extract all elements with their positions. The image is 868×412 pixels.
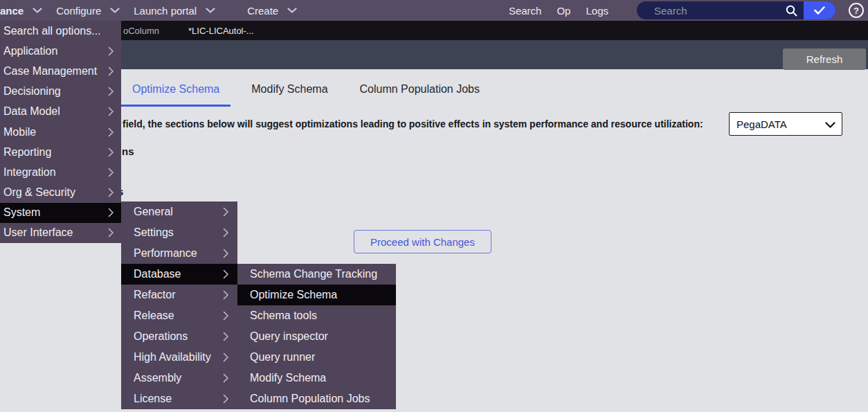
menu-item-system[interactable]: System: [0, 203, 121, 223]
menu-item-release[interactable]: Release: [121, 305, 237, 326]
menu-item-label: User Interface: [3, 226, 73, 239]
chevron-down-icon: [206, 8, 215, 14]
search-submit-button[interactable]: [804, 1, 835, 19]
refresh-button[interactable]: Refresh: [783, 48, 866, 70]
menu-item-label: System: [3, 206, 40, 219]
checkmark-icon: [814, 6, 825, 15]
menu-item-settings[interactable]: Settings: [121, 222, 237, 243]
chevron-right-icon: [223, 373, 229, 383]
topbar-menu-configure[interactable]: Configure: [49, 0, 127, 21]
chevron-right-icon: [223, 228, 229, 238]
search-icon[interactable]: [786, 5, 797, 17]
menu-item-org-security[interactable]: Org & Security: [0, 183, 121, 203]
proceed-with-changes-button[interactable]: Proceed with Changes: [354, 230, 491, 253]
chevron-down-icon: [287, 8, 297, 14]
database-select[interactable]: PegaDATA: [729, 112, 842, 136]
menu-item-label: Application: [3, 45, 57, 57]
chevron-right-icon: [223, 332, 229, 341]
topbar-menu-label: Launch portal: [134, 5, 197, 17]
menu-item-operations[interactable]: Operations: [121, 326, 237, 347]
topbar-menu-label: Create: [247, 5, 278, 17]
menu-item-label: Assembly: [134, 372, 181, 384]
top-navigation-bar: ance Configure Launch portal Create: [0, 0, 868, 21]
configure-menu-level1: Search all options... Application Case M…: [0, 21, 121, 243]
menu-item-mobile[interactable]: Mobile: [0, 122, 121, 142]
chevron-right-icon: [108, 188, 114, 197]
document-tab-lic-licautol[interactable]: *LIC-LICAutol-...: [188, 26, 254, 36]
menu-item-reporting[interactable]: Reporting: [0, 142, 121, 162]
schema-tabs: Optimize Schema Modify Schema Column Pop…: [121, 76, 491, 107]
menu-item-schema-change-tracking[interactable]: Schema Change Tracking: [237, 264, 396, 285]
topbar-menu-create[interactable]: Create: [240, 0, 304, 21]
menu-item-optimize-schema[interactable]: Optimize Schema: [237, 285, 396, 305]
topbar-link-op[interactable]: Op: [549, 5, 578, 17]
menu-item-database[interactable]: Database: [121, 264, 237, 285]
chevron-right-icon: [108, 228, 114, 238]
menu-item-label: Mobile: [3, 126, 36, 138]
global-search[interactable]: [637, 1, 835, 19]
configure-menu-level3-database: Schema Change Tracking Optimize Schema S…: [237, 264, 396, 409]
tab-label: Modify Schema: [251, 83, 327, 95]
menu-item-label: Optimize Schema: [250, 289, 337, 301]
chevron-right-icon: [223, 290, 229, 300]
chevron-right-icon: [108, 168, 114, 177]
document-tab-ocolumn[interactable]: oColumn: [123, 26, 159, 36]
topbar-right-group: Search Op Logs ?: [501, 0, 868, 21]
menu-item-query-inspector[interactable]: Query inspector: [237, 326, 396, 347]
menu-item-label: Database: [134, 268, 181, 280]
menu-item-integration[interactable]: Integration: [0, 162, 121, 182]
topbar-menu-launch-portal[interactable]: Launch portal: [127, 0, 222, 21]
menu-item-data-model[interactable]: Data Model: [0, 102, 121, 122]
tab-modify-schema[interactable]: Modify Schema: [240, 76, 338, 107]
topbar-link-search[interactable]: Search: [501, 5, 550, 17]
menu-item-label: Refactor: [134, 289, 175, 301]
menu-item-label: Query runner: [250, 351, 315, 364]
menu-item-label: Integration: [3, 166, 56, 179]
app-menu-label: ance: [0, 5, 24, 17]
menu-item-license[interactable]: License: [121, 388, 237, 409]
chevron-right-icon: [108, 208, 114, 217]
menu-item-assembly[interactable]: Assembly: [121, 368, 237, 388]
menu-item-label: Column Population Jobs: [250, 393, 370, 405]
menu-item-label: Data Model: [3, 105, 60, 118]
page-description: field, the sections below will suggest o…: [123, 118, 718, 129]
configure-menu-level2-system: General Settings Performance Database Re…: [121, 201, 237, 409]
menu-item-label: License: [134, 393, 172, 405]
chevron-down-icon: [825, 122, 835, 129]
menu-item-label: Schema tools: [250, 310, 317, 322]
tab-label: Optimize Schema: [132, 83, 219, 95]
menu-item-search-all-options[interactable]: Search all options...: [0, 21, 121, 41]
menu-item-label: Org & Security: [3, 186, 75, 199]
chevron-right-icon: [108, 87, 114, 96]
topbar-link-logs[interactable]: Logs: [578, 5, 616, 17]
menu-item-query-runner[interactable]: Query runner: [237, 347, 396, 368]
tab-column-population-jobs[interactable]: Column Population Jobs: [349, 76, 491, 107]
menu-item-label: Modify Schema: [250, 372, 326, 384]
menu-item-case-management[interactable]: Case Management: [0, 61, 121, 81]
page-toolbar: Refresh: [0, 40, 868, 69]
menu-item-label: Operations: [134, 330, 188, 343]
menu-item-user-interface[interactable]: User Interface: [0, 223, 121, 243]
help-icon[interactable]: ?: [849, 3, 864, 18]
menu-item-label: Reporting: [3, 146, 51, 159]
tab-optimize-schema[interactable]: Optimize Schema: [121, 76, 230, 107]
menu-item-performance[interactable]: Performance: [121, 243, 237, 264]
menu-item-column-population-jobs[interactable]: Column Population Jobs: [237, 388, 396, 409]
menu-item-modify-schema[interactable]: Modify Schema: [237, 368, 396, 388]
menu-item-schema-tools[interactable]: Schema tools: [237, 305, 396, 326]
app-menu[interactable]: ance: [0, 0, 49, 21]
menu-item-label: Case Management: [3, 65, 97, 78]
topbar-left-group: ance Configure Launch portal Create: [0, 0, 304, 21]
menu-item-refactor[interactable]: Refactor: [121, 285, 237, 305]
menu-item-label: Release: [134, 310, 174, 322]
menu-item-label: High Availability: [134, 351, 211, 364]
tab-label: Column Population Jobs: [360, 83, 480, 95]
menu-item-general[interactable]: General: [121, 201, 237, 222]
menu-item-decisioning[interactable]: Decisioning: [0, 82, 121, 102]
chevron-right-icon: [223, 394, 229, 404]
chevron-down-icon: [110, 8, 120, 14]
global-search-input[interactable]: [637, 1, 779, 19]
menu-item-label: Decisioning: [3, 85, 61, 98]
menu-item-application[interactable]: Application: [0, 41, 121, 61]
menu-item-high-availability[interactable]: High Availability: [121, 347, 237, 368]
